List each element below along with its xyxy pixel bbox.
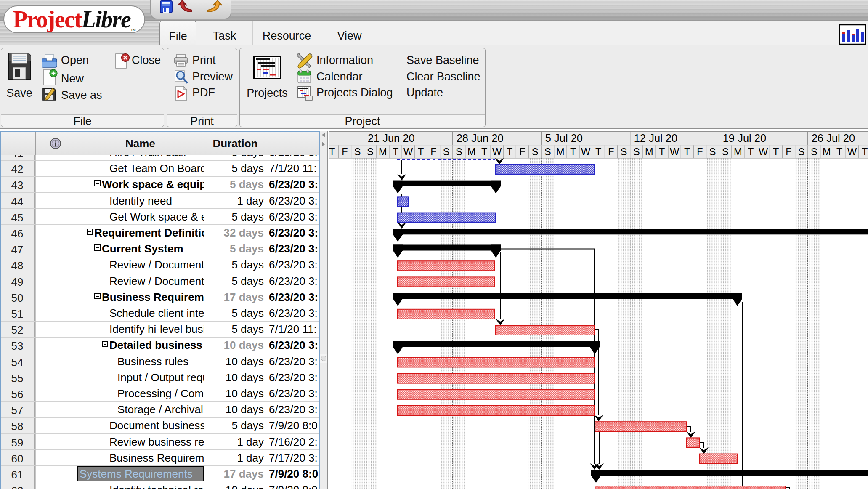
- svg-text:F: F: [430, 146, 436, 157]
- svg-text:T: T: [418, 146, 424, 157]
- svg-text:S: S: [621, 146, 627, 157]
- svg-text:M: M: [645, 146, 653, 157]
- svg-text:W: W: [759, 146, 768, 157]
- svg-text:S: S: [456, 146, 462, 157]
- svg-text:S: S: [532, 146, 539, 157]
- svg-text:F: F: [608, 146, 614, 157]
- svg-text:M: M: [379, 146, 387, 157]
- svg-text:T: T: [595, 146, 601, 157]
- svg-text:S: S: [722, 146, 729, 157]
- svg-text:S: S: [811, 146, 818, 157]
- svg-text:T: T: [836, 146, 842, 157]
- svg-text:T: T: [684, 146, 690, 157]
- svg-text:T: T: [329, 146, 335, 157]
- svg-text:T: T: [748, 146, 754, 157]
- svg-text:F: F: [697, 146, 703, 157]
- svg-text:W: W: [670, 146, 680, 157]
- svg-text:S: S: [544, 146, 551, 157]
- svg-text:S: S: [709, 146, 716, 157]
- svg-text:S: S: [354, 146, 361, 157]
- svg-text:28 Jun 20: 28 Jun 20: [457, 132, 504, 144]
- svg-text:F: F: [342, 146, 348, 157]
- svg-text:S: S: [367, 146, 374, 157]
- svg-text:W: W: [492, 146, 502, 157]
- svg-text:19 Jul 20: 19 Jul 20: [723, 132, 767, 144]
- svg-text:T: T: [773, 146, 779, 157]
- svg-text:T: T: [570, 146, 576, 157]
- svg-text:W: W: [403, 146, 413, 157]
- svg-text:M: M: [823, 146, 831, 157]
- svg-text:T: T: [481, 146, 487, 157]
- svg-text:T: T: [393, 146, 398, 157]
- svg-text:S: S: [798, 146, 805, 157]
- svg-text:M: M: [734, 146, 742, 157]
- svg-text:26 Jul 20: 26 Jul 20: [812, 132, 855, 144]
- svg-text:T: T: [659, 146, 665, 157]
- svg-text:S: S: [443, 146, 450, 157]
- svg-text:W: W: [581, 146, 591, 157]
- svg-text:T: T: [507, 146, 512, 157]
- svg-text:W: W: [847, 146, 857, 157]
- svg-text:M: M: [467, 146, 476, 157]
- svg-text:M: M: [556, 146, 565, 157]
- svg-text:F: F: [519, 146, 525, 157]
- svg-text:5 Jul 20: 5 Jul 20: [545, 132, 583, 144]
- svg-text:T: T: [862, 146, 868, 157]
- svg-text:F: F: [786, 146, 791, 157]
- svg-text:21 Jun 20: 21 Jun 20: [368, 132, 415, 144]
- svg-text:12 Jul 20: 12 Jul 20: [634, 132, 678, 144]
- svg-text:S: S: [633, 146, 640, 157]
